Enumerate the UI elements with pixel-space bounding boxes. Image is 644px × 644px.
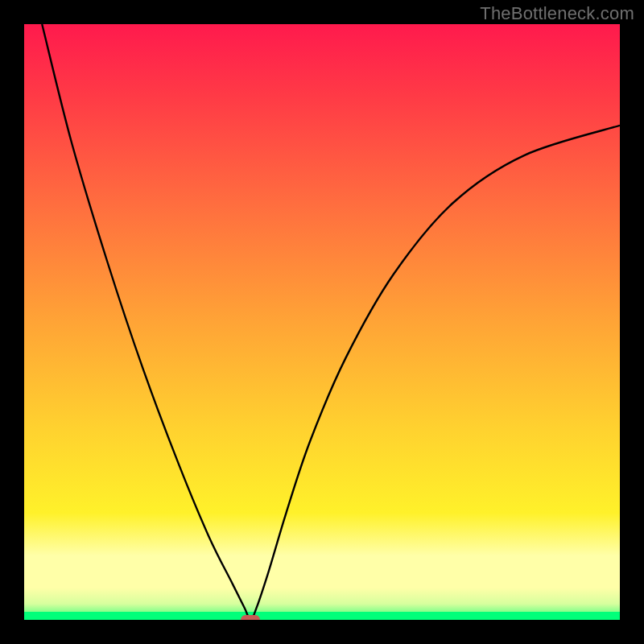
optimal-marker	[241, 615, 260, 620]
watermark-text: TheBottleneck.com	[480, 3, 634, 24]
bottleneck-curve	[42, 24, 620, 620]
curve-svg	[24, 24, 620, 620]
plot-area	[24, 24, 620, 620]
chart-frame: TheBottleneck.com	[0, 0, 644, 644]
